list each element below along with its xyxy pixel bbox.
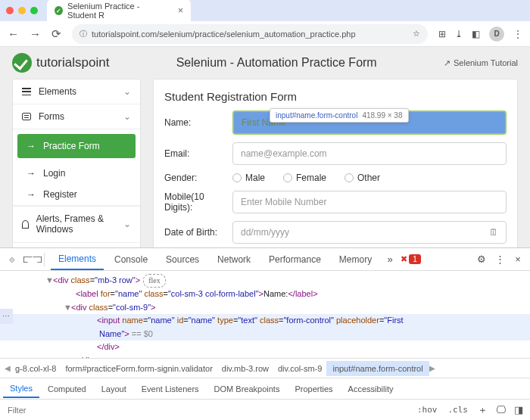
tab-layout[interactable]: Layout bbox=[95, 381, 133, 397]
breadcrumb-item[interactable]: div.col-sm-9 bbox=[273, 364, 326, 373]
hov-toggle[interactable]: :hov bbox=[414, 403, 441, 416]
tab-performance[interactable]: Performance bbox=[261, 250, 329, 269]
minimize-window-icon[interactable] bbox=[18, 7, 26, 14]
reload-button[interactable]: ⟳ bbox=[51, 27, 61, 41]
tab-properties[interactable]: Properties bbox=[288, 381, 339, 397]
dob-label: Date of Birth: bbox=[164, 227, 232, 238]
sidebar-item-login[interactable]: → Login bbox=[13, 163, 140, 184]
site-logo[interactable]: tutorialspoint bbox=[12, 53, 109, 73]
sidebar-item-elements[interactable]: Elements ⌄ bbox=[13, 79, 140, 104]
tab-title: Selenium Practice - Student R bbox=[67, 2, 170, 20]
breadcrumb-item[interactable]: div.mb-3.row bbox=[217, 364, 273, 373]
extensions-icon[interactable]: ⊞ bbox=[438, 29, 446, 39]
styles-filter-input[interactable] bbox=[5, 403, 410, 418]
sidebar-item-alerts[interactable]: Alerts, Frames & Windows ⌄ bbox=[13, 206, 140, 243]
panel-icon[interactable]: ◧ bbox=[472, 29, 480, 39]
browser-toolbar: ← → ⟳ ⓘ tutorialspoint.com/selenium/prac… bbox=[0, 21, 530, 47]
tab-dom-breakpoints[interactable]: DOM Breakpoints bbox=[207, 381, 287, 397]
inspect-element-icon[interactable]: ⟐ bbox=[5, 254, 20, 265]
menu-icon bbox=[22, 88, 31, 95]
calendar-icon[interactable]: 🗓 bbox=[489, 227, 498, 238]
form-heading: Student Registration Form bbox=[164, 90, 507, 103]
page-viewport: tutorialspoint Selenium - Automation Pra… bbox=[0, 47, 530, 247]
chevron-down-icon: ⌄ bbox=[123, 111, 131, 122]
new-style-rule-icon[interactable]: ＋ bbox=[475, 403, 489, 417]
tab-sources[interactable]: Sources bbox=[158, 250, 207, 269]
arrow-right-icon: → bbox=[26, 168, 36, 179]
email-label: Email: bbox=[164, 148, 232, 159]
toggle-sidebar-icon[interactable]: ◨ bbox=[512, 404, 525, 415]
selected-dom-node[interactable]: <input name="name" id="name" type="text"… bbox=[0, 314, 530, 341]
breadcrumb-item-active[interactable]: input#name.form-control bbox=[326, 361, 429, 376]
tab-network[interactable]: Network bbox=[210, 250, 258, 269]
breadcrumb-item[interactable]: form#practiceForm.form-signin.validator bbox=[61, 364, 217, 373]
computed-styles-icon[interactable]: 🖵 bbox=[494, 404, 507, 415]
dom-tree[interactable]: ⋯ ▼<div class="mb-3 row">flex <label for… bbox=[0, 271, 530, 358]
breadcrumb-next-icon[interactable]: ▶ bbox=[429, 364, 435, 372]
more-tabs-icon[interactable]: » bbox=[382, 254, 398, 265]
gutter-actions-icon[interactable]: ⋯ bbox=[0, 309, 13, 324]
site-info-icon[interactable]: ⓘ bbox=[80, 29, 87, 39]
gender-label: Gender: bbox=[164, 173, 232, 183]
mobile-label: Mobile(10 Digits): bbox=[164, 191, 232, 213]
sidebar-item-register[interactable]: → Register bbox=[13, 184, 140, 206]
close-devtools-icon[interactable]: × bbox=[510, 254, 525, 265]
element-inspector-tooltip: input#name.form-control418.99 × 38 bbox=[270, 108, 409, 123]
styles-panel-tabs: Styles Computed Layout Event Listeners D… bbox=[0, 378, 530, 399]
browser-tab-strip: ✓ Selenium Practice - Student R × bbox=[0, 0, 530, 21]
profile-avatar[interactable]: D bbox=[489, 26, 504, 42]
tab-styles[interactable]: Styles bbox=[3, 380, 39, 398]
maximize-window-icon[interactable] bbox=[30, 7, 38, 14]
browser-tab[interactable]: ✓ Selenium Practice - Student R × bbox=[47, 0, 191, 23]
tab-accessibility[interactable]: Accessibility bbox=[341, 381, 401, 397]
favicon-icon: ✓ bbox=[55, 6, 63, 15]
forward-button[interactable]: → bbox=[30, 27, 41, 40]
close-tab-icon[interactable]: × bbox=[178, 5, 183, 16]
tab-console[interactable]: Console bbox=[107, 250, 155, 269]
mobile-input[interactable]: Enter Mobile Number bbox=[232, 191, 507, 213]
sidebar-item-forms[interactable]: Forms ⌄ bbox=[13, 104, 140, 129]
error-badge[interactable]: ✖1 bbox=[401, 254, 421, 264]
tab-computed[interactable]: Computed bbox=[41, 381, 93, 397]
devtools-tabs: ⟐ ⫍⫎ Elements Console Sources Network Pe… bbox=[0, 248, 530, 271]
arrow-right-icon: → bbox=[26, 189, 36, 200]
dob-input[interactable]: dd/mm/yyyy🗓 bbox=[232, 221, 507, 244]
styles-filter-bar: :hov .cls ＋ 🖵 ◨ bbox=[0, 399, 530, 420]
back-button[interactable]: ← bbox=[8, 27, 19, 40]
email-input[interactable]: name@example.com bbox=[232, 142, 507, 165]
logo-icon bbox=[12, 53, 32, 73]
logo-text: tutorialspoint bbox=[36, 55, 109, 70]
settings-icon[interactable]: ⚙ bbox=[474, 254, 489, 265]
selenium-tutorial-link[interactable]: ↗ Selenium Tutorial bbox=[444, 58, 518, 68]
gender-other-radio[interactable]: Other bbox=[344, 173, 380, 183]
close-window-icon[interactable] bbox=[6, 7, 14, 14]
arrow-right-icon: → bbox=[26, 141, 36, 151]
sidebar: Elements ⌄ Forms ⌄ → Practice Form → Log… bbox=[12, 79, 141, 247]
chevron-down-icon: ⌄ bbox=[123, 219, 131, 229]
dom-breadcrumb[interactable]: ◀ g-8.col-xl-8 form#practiceForm.form-si… bbox=[0, 358, 530, 378]
tab-event-listeners[interactable]: Event Listeners bbox=[135, 381, 206, 397]
breadcrumb-prev-icon[interactable]: ◀ bbox=[5, 364, 11, 372]
page-title: Selenium - Automation Practice Form bbox=[176, 56, 377, 70]
address-bar[interactable]: ⓘ tutorialspoint.com/selenium/practice/s… bbox=[72, 24, 428, 44]
gender-female-radio[interactable]: Female bbox=[283, 173, 326, 183]
gender-male-radio[interactable]: Male bbox=[232, 173, 265, 183]
window-controls[interactable] bbox=[6, 7, 38, 14]
bell-icon bbox=[22, 220, 29, 229]
devtools-panel: ⟐ ⫍⫎ Elements Console Sources Network Pe… bbox=[0, 247, 530, 420]
form-icon bbox=[22, 113, 31, 120]
tab-elements[interactable]: Elements bbox=[51, 249, 104, 270]
breadcrumb-item[interactable]: g-8.col-xl-8 bbox=[11, 364, 61, 373]
devtools-menu-icon[interactable]: ⋮ bbox=[492, 254, 507, 265]
device-toolbar-icon[interactable]: ⫍⫎ bbox=[23, 254, 38, 265]
menu-icon[interactable]: ⋮ bbox=[513, 29, 522, 39]
sidebar-item-practice-form[interactable]: → Practice Form bbox=[17, 134, 136, 158]
tab-memory[interactable]: Memory bbox=[332, 250, 379, 269]
name-label: Name: bbox=[164, 117, 232, 128]
external-link-icon: ↗ bbox=[444, 58, 450, 68]
cls-toggle[interactable]: .cls bbox=[445, 403, 472, 416]
bookmark-icon[interactable]: ☆ bbox=[413, 29, 420, 39]
download-icon[interactable]: ⤓ bbox=[455, 29, 463, 39]
url-text: tutorialspoint.com/selenium/practice/sel… bbox=[92, 30, 356, 39]
chevron-down-icon: ⌄ bbox=[123, 86, 131, 97]
